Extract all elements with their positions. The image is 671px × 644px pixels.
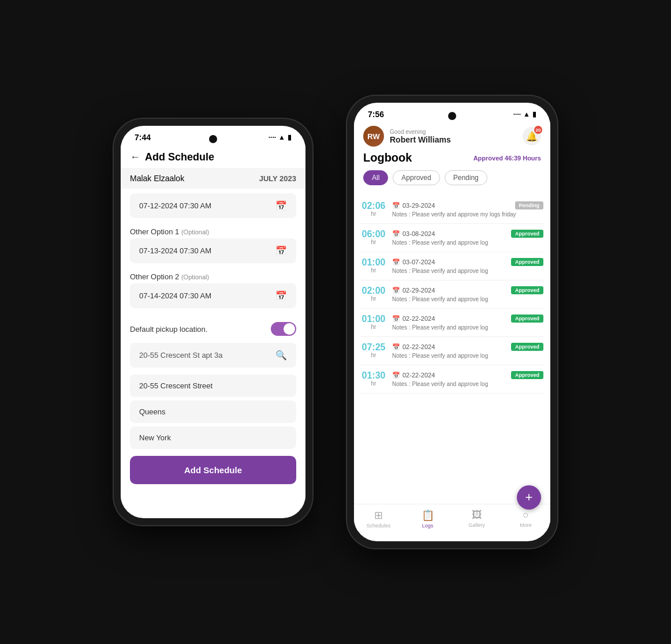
status-badge-2: Approved [511, 258, 543, 266]
left-status-bar: 7:44 ···· ▲ ▮ [121, 126, 305, 144]
notification-badge: 20 [534, 126, 542, 134]
logs-icon: 📋 [422, 509, 434, 522]
add-log-fab[interactable]: + [517, 485, 541, 510]
calendar-icon-2: 📅 [275, 245, 287, 256]
bottom-nav: ⊞ Schedules 📋 Logs 🖼 Gallery ○ More [354, 504, 550, 531]
add-schedule-header: ← Add Schedule [121, 144, 305, 168]
date-field-1[interactable]: 07-12-2024 07:30 AM 📅 [130, 193, 296, 218]
option1-label: Other Option 1 (Optional) [121, 225, 305, 238]
log-time-6: 01:30 hr [361, 371, 386, 387]
status-badge-6: Approved [511, 371, 543, 379]
log-time-3: 02:00 hr [361, 286, 386, 302]
user-name-right: Robert Williams [390, 135, 517, 144]
status-badge-5: Approved [511, 343, 543, 351]
filter-tab-approved[interactable]: Approved [393, 170, 439, 185]
right-time: 7:56 [368, 110, 384, 119]
date-field-3[interactable]: 07-14-2024 07:30 AM 📅 [130, 283, 296, 308]
log-list: 02:06 hr 📅03-29-2024 Pending Notes : Ple… [354, 196, 550, 504]
signal-icon: ···· [269, 133, 276, 141]
left-status-icons: ···· ▲ ▮ [269, 133, 292, 141]
left-time: 7:44 [135, 133, 151, 142]
log-time-1: 06:00 hr [361, 230, 386, 245]
wifi-icon-r: ▲ [523, 110, 530, 118]
left-notch [209, 135, 217, 143]
page-title: Add Schedule [145, 151, 214, 163]
log-details-6: 📅02-22-2024 Approved Notes : Please veri… [392, 371, 543, 387]
schedules-icon: ⊞ [374, 509, 383, 522]
date-value-3: 07-14-2024 07:30 AM [139, 291, 211, 300]
search-value: 20-55 Crescent St apt 3a [139, 351, 223, 360]
filter-tab-pending[interactable]: Pending [445, 170, 487, 185]
address-suggestion-2[interactable]: Queens [130, 400, 296, 423]
log-time-0: 02:06 hr [361, 201, 386, 217]
log-details-5: 📅02-22-2024 Approved Notes : Please veri… [392, 343, 543, 359]
notification-button[interactable]: 🔔 20 [523, 127, 541, 145]
search-icon: 🔍 [275, 350, 287, 361]
log-item-1[interactable]: 06:00 hr 📅03-08-2024 Approved Notes : Pl… [361, 224, 543, 252]
nav-more[interactable]: ○ More [501, 509, 550, 529]
logbook-title-row: Logbook Approved 46:39 Hours [363, 151, 541, 164]
date-field-2[interactable]: 07-13-2024 07:30 AM 📅 [130, 238, 296, 263]
log-details-1: 📅03-08-2024 Approved Notes : Please veri… [392, 230, 543, 246]
wifi-icon: ▲ [278, 133, 285, 141]
right-status-bar: 7:56 ···· ▲ ▮ [354, 103, 550, 121]
signal-icon-r: ···· [513, 110, 521, 118]
right-status-icons: ···· ▲ ▮ [513, 110, 536, 118]
log-item-0[interactable]: 02:06 hr 📅03-29-2024 Pending Notes : Ple… [361, 196, 543, 224]
filter-tabs: All Approved Pending [363, 170, 541, 185]
filter-tab-all[interactable]: All [363, 170, 388, 185]
log-details-4: 📅02-22-2024 Approved Notes : Please veri… [392, 314, 543, 331]
calendar-icon-1: 📅 [275, 200, 287, 211]
logbook-screen: RW Good evening Robert Williams 🔔 20 Log… [354, 121, 550, 531]
add-schedule-screen: ← Add Schedule Malak Elzaalok JULY 2023 … [121, 144, 305, 508]
location-search-field[interactable]: 20-55 Crescent St apt 3a 🔍 [130, 343, 296, 368]
more-label: More [520, 522, 532, 528]
option2-label: Other Option 2 (Optional) [121, 270, 305, 283]
back-button[interactable]: ← [130, 151, 140, 163]
left-phone: 7:44 ···· ▲ ▮ ← Add Schedule Malak Elzaa… [114, 119, 312, 525]
date-value-1: 07-12-2024 07:30 AM [139, 201, 211, 210]
toggle-label: Default pickup location. [130, 325, 207, 334]
log-item-4[interactable]: 01:00 hr 📅02-22-2024 Approved Notes : Pl… [361, 309, 543, 337]
user-info: Good evening Robert Williams [390, 129, 517, 144]
nav-gallery[interactable]: 🖼 Gallery [452, 509, 501, 529]
right-phone: 7:56 ···· ▲ ▮ RW Good evening Robert Wil… [347, 96, 557, 548]
schedules-label: Schedules [366, 523, 390, 529]
battery-icon-r: ▮ [532, 110, 536, 118]
greeting: Good evening [390, 129, 517, 135]
more-icon: ○ [523, 509, 529, 521]
log-item-3[interactable]: 02:00 hr 📅02-29-2024 Approved Notes : Pl… [361, 280, 543, 309]
log-details-0: 📅03-29-2024 Pending Notes : Please verif… [392, 201, 543, 218]
calendar-icon-3: 📅 [275, 290, 287, 301]
address-suggestion-3[interactable]: New York [130, 426, 296, 449]
user-row: RW Good evening Robert Williams 🔔 20 [363, 126, 541, 147]
log-details-2: 📅03-07-2024 Approved Notes : Please veri… [392, 258, 543, 274]
log-item-5[interactable]: 07:25 hr 📅02-22-2024 Approved Notes : Pl… [361, 337, 543, 365]
date-value-2: 07-13-2024 07:30 AM [139, 246, 211, 255]
toggle-knob [284, 323, 295, 335]
nav-schedules[interactable]: ⊞ Schedules [354, 509, 403, 529]
add-schedule-button[interactable]: Add Schedule [130, 456, 296, 484]
pickup-toggle[interactable] [271, 322, 296, 336]
log-time-4: 01:00 hr [361, 314, 386, 330]
log-details-3: 📅02-29-2024 Approved Notes : Please veri… [392, 286, 543, 302]
month-label: JULY 2023 [259, 174, 296, 183]
address-suggestion-1[interactable]: 20-55 Crescent Street [130, 375, 296, 397]
approved-hours: Approved 46:39 Hours [474, 155, 541, 162]
right-notch [448, 112, 456, 120]
nav-logs[interactable]: 📋 Logs [403, 509, 452, 529]
status-badge-0: Pending [515, 201, 544, 209]
log-item-2[interactable]: 01:00 hr 📅03-07-2024 Approved Notes : Pl… [361, 252, 543, 280]
status-badge-3: Approved [511, 286, 543, 294]
status-badge-1: Approved [511, 230, 543, 238]
status-badge-4: Approved [511, 314, 543, 323]
log-time-5: 07:25 hr [361, 343, 386, 358]
battery-icon: ▮ [288, 133, 292, 141]
logbook-header: RW Good evening Robert Williams 🔔 20 Log… [354, 121, 550, 196]
user-name: Malak Elzaalok [130, 174, 184, 183]
gallery-icon: 🖼 [472, 509, 482, 521]
toggle-row[interactable]: Default pickup location. [121, 315, 305, 343]
log-time-2: 01:00 hr [361, 258, 386, 274]
log-item-6[interactable]: 01:30 hr 📅02-22-2024 Approved Notes : Pl… [361, 365, 543, 394]
logbook-title: Logbook [363, 151, 412, 164]
